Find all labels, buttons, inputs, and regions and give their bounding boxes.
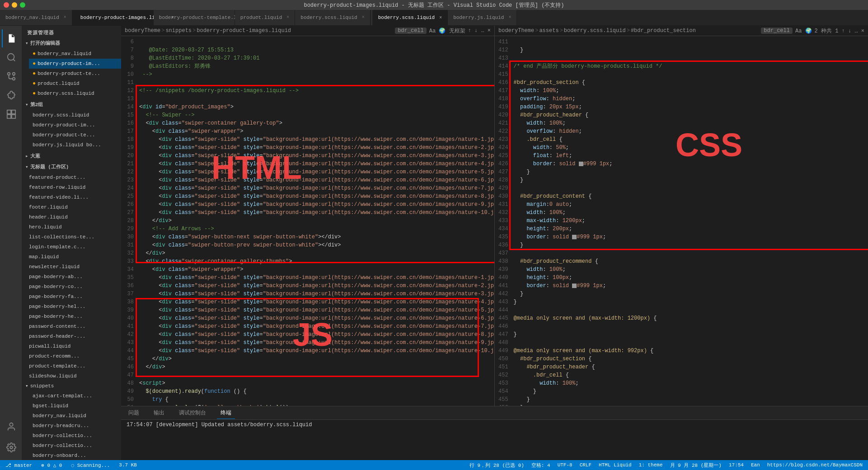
ut-item-7[interactable]: list-collections-te... (22, 232, 121, 242)
ut-item-19[interactable]: product-recomm... (22, 351, 121, 361)
ut-item-4[interactable]: footer.liquid (22, 202, 121, 212)
ut-item-25[interactable]: boderry-breadcru... (22, 421, 121, 431)
breadcrumb-r-theme: boderyTheme (498, 28, 534, 34)
open-editor-label-3: boderry-product-te... (38, 69, 100, 78)
tab-terminal[interactable]: 终端 (217, 407, 235, 419)
file-explorer: 资源管理器 ▾ 打开的编辑器 ● boderry_nav.liquid ● bo… (22, 26, 121, 460)
chevron-down-icon: ▾ (25, 39, 28, 48)
ut-item-10[interactable]: newsletter.liquid (22, 262, 121, 272)
ut-item-22[interactable]: ajax-cart-templat... (22, 391, 121, 401)
status-errors[interactable]: ⊗ 0 △ 0 (39, 462, 64, 468)
ut-item-2[interactable]: featured-row.liquid (22, 182, 121, 192)
minimize-button[interactable] (12, 2, 17, 8)
tab-product-close[interactable]: × (286, 15, 289, 20)
content-area: 资源管理器 ▾ 打开的编辑器 ● boderry_nav.liquid ● bo… (0, 26, 868, 460)
ut-item-21[interactable]: slideshow.liquid (22, 371, 121, 381)
tab-issues[interactable]: 问题 (125, 407, 143, 419)
open-editor-item-4[interactable]: ● product.liquid (29, 79, 121, 88)
open-editor-item-1[interactable]: ● boderry_nav.liquid (29, 49, 121, 59)
ut-item-17[interactable]: password-header-... (22, 331, 121, 341)
tab-product-template-close[interactable]: × (256, 15, 258, 20)
status-user[interactable]: Ean (749, 462, 762, 468)
tab-scss-right-close[interactable]: × (439, 15, 442, 20)
open-editor-item-3[interactable]: ● boderry-product-te... (29, 69, 121, 79)
ut-item-9[interactable]: map.liquid (22, 252, 121, 262)
tab-product-images[interactable]: boderry-product-images.liquid × (72, 10, 154, 25)
ut-item-16[interactable]: password-content... (22, 321, 121, 331)
ut-item-12[interactable]: page-boderry-co... (22, 282, 121, 292)
tab-product-template[interactable]: boderry-product-template.liquid × (154, 10, 235, 25)
status-time: 17:54 (727, 462, 746, 468)
ut-item-24[interactable]: boderry_nav.liquid (22, 411, 121, 421)
ut-item-snippets[interactable]: ▾ snippets (22, 381, 121, 391)
ut-item-27[interactable]: boderry-collectio... (22, 441, 121, 451)
activity-explorer[interactable] (2, 29, 20, 47)
ut-item-15[interactable]: page-boderry-he... (22, 312, 121, 321)
g2-item-1[interactable]: boderry.scss.liquid (29, 110, 121, 120)
ut-item-20[interactable]: product-template... (22, 361, 121, 371)
tab-scss[interactable]: boderry.scss.liquid × (295, 10, 370, 25)
g2-item-2[interactable]: boderry-product-im... (29, 120, 121, 130)
tab-nav[interactable]: boderry_nav.liquid × (0, 10, 72, 25)
ut-item-6[interactable]: hero.liquid (22, 222, 121, 232)
svg-point-9 (9, 423, 13, 426)
activity-settings[interactable] (2, 438, 20, 456)
ut-item-14[interactable]: page-boderry-hel... (22, 302, 121, 312)
status-eol[interactable]: CRLF (578, 462, 593, 468)
maximize-button[interactable] (20, 2, 25, 8)
section-dagong[interactable]: ▸ 大葱 (22, 151, 121, 162)
code-editor-right[interactable]: 411412413414415 416417418419420 42142242… (495, 36, 868, 406)
explorer-content[interactable]: ▾ 打开的编辑器 ● boderry_nav.liquid ● boderry-… (22, 38, 121, 460)
tab-output[interactable]: 输出 (150, 407, 168, 419)
open-editor-item-5[interactable]: ● boderry.scss.liquid (29, 88, 121, 98)
ut-item-23[interactable]: bgset.liquid (22, 401, 121, 411)
tab-nav-close[interactable]: × (64, 15, 66, 20)
ut-item-28[interactable]: boderry-onboard... (22, 451, 121, 460)
activity-extensions[interactable] (2, 105, 20, 123)
explorer-header: 资源管理器 (22, 26, 121, 38)
file-icon-1: ● (33, 49, 36, 58)
tab-scss-right[interactable]: boderry.scss.liquid × (373, 10, 448, 25)
code-editor-left[interactable]: 678910 1112131415 1617181920 2122232425 … (121, 36, 494, 406)
section-untitled[interactable]: ▾ 无标题 (工作区) (22, 162, 121, 172)
status-encoding[interactable]: UTF-8 (556, 462, 574, 468)
status-spaces[interactable]: 空格: 4 (530, 462, 552, 469)
ut-item-26[interactable]: boderry-collectio... (22, 431, 121, 441)
tab-scss-close[interactable]: × (362, 15, 365, 20)
chevron-down-icon-2: ▾ (25, 100, 28, 109)
activity-account[interactable] (2, 418, 20, 436)
window-controls[interactable] (4, 2, 25, 8)
activity-debug[interactable] (2, 86, 20, 104)
tab-product-js[interactable]: boderry.js.liquid × (448, 10, 517, 25)
tab-debug-console[interactable]: 调试控制台 (175, 407, 210, 419)
status-language[interactable]: HTML Liquid (597, 462, 633, 468)
terminal-text: 17:54:07 [development] Updated assets/bo… (127, 422, 312, 428)
ut-item-3[interactable]: featured-video.li... (22, 192, 121, 202)
ut-item-8[interactable]: login-template.c... (22, 242, 121, 252)
breadcrumb-r-section: #bdr_product_section (631, 28, 696, 34)
close-button[interactable] (4, 2, 9, 8)
activity-git[interactable] (2, 67, 20, 85)
tab-product[interactable]: product.liquid × (235, 10, 295, 25)
ut-item-18[interactable]: picwall.liquid (22, 341, 121, 351)
svg-point-10 (10, 446, 13, 449)
section-group2[interactable]: ▾ 第2组 (22, 99, 121, 110)
window-title: boderry-product-images.liquid - 无标题 工作区 … (304, 1, 564, 9)
tab-product-js-close[interactable]: × (508, 15, 511, 20)
g2-item-4[interactable]: boderry.js.liquid bo... (29, 140, 121, 150)
open-editor-item-2[interactable]: ● boderry-product-im... (29, 59, 121, 69)
g2-item-3[interactable]: boderry-product-te... (29, 130, 121, 140)
status-line-col[interactable]: 行 9，列 28 (已选 0) (468, 462, 526, 469)
ut-item-5[interactable]: header.liquid (22, 212, 121, 222)
terminal-content[interactable]: 17:54:07 [development] Updated assets/bo… (121, 420, 868, 460)
status-theme[interactable]: 1: theme (637, 462, 665, 468)
breadcrumb-right-controls: bdr_cell Aa 🌍 无框架 ↑ ↓ … × (395, 27, 491, 35)
status-branch[interactable]: ⎇ master (4, 462, 34, 468)
ut-item-11[interactable]: page-boderry-ab... (22, 272, 121, 282)
section-open-editors[interactable]: ▾ 打开的编辑器 (22, 38, 121, 49)
ut-item-1[interactable]: featured-product... (22, 172, 121, 182)
activity-search[interactable] (2, 48, 20, 66)
editor-right: 411412413414415 416417418419420 42142242… (495, 36, 868, 406)
tab-product-images-close[interactable]: × (171, 15, 174, 20)
ut-item-13[interactable]: page-boderry-fa... (22, 292, 121, 302)
